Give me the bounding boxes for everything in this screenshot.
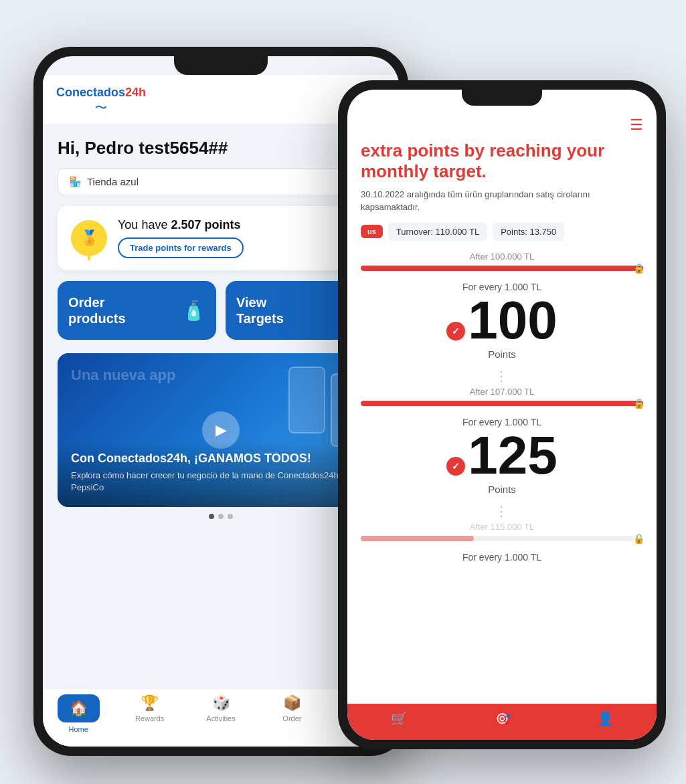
tier-3-progress: 🔒	[361, 536, 643, 541]
phone-left-notch	[174, 56, 268, 75]
greeting: Hi, Pedro test5654##	[58, 138, 384, 159]
store-selector[interactable]: 🏪 Tienda azul ▾	[58, 168, 384, 195]
phone-right-bottom-nav: 🛒 🎯 👤	[347, 704, 657, 740]
dot-3[interactable]	[228, 514, 233, 519]
tier-1-reward: For every 1.000 TL ✓ 100 Points	[361, 282, 643, 360]
separator-dots-1: ⋮	[361, 368, 643, 384]
store-name: Tienda azul	[87, 176, 139, 187]
phone-right-content: ☰ extra points by reaching your monthly …	[347, 106, 657, 740]
points-card: 🏅 You have 2.507 points Trade points for…	[58, 206, 384, 270]
basket-nav-icon: 🛒	[391, 710, 408, 726]
nav-home[interactable]: 🏠 Home	[43, 694, 114, 733]
activities-icon: 🎲	[212, 694, 230, 712]
tier-3-reward: For every 1.000 TL	[361, 552, 643, 563]
view-targets-label: ViewTargets	[236, 294, 284, 326]
action-buttons: Orderproducts 🧴 ViewTargets 🏆	[58, 281, 384, 340]
nav-activities-label: Activities	[206, 714, 235, 722]
order-products-label: Orderproducts	[68, 294, 126, 326]
order-products-button[interactable]: Orderproducts 🧴	[58, 281, 216, 340]
targets-nav-icon: 🎯	[494, 710, 511, 726]
phone-right-notch	[462, 90, 542, 106]
banner-title: Con Conectados24h, ¡GANAMOS TODOS!	[71, 452, 371, 466]
tier-2-label: After 107.000 TL	[361, 387, 643, 397]
turnover-info: Turnover: 110.000 TL	[388, 223, 487, 241]
dot-1[interactable]	[209, 514, 214, 519]
tier-3-label: After 115.000 TL	[361, 522, 643, 532]
p2-nav-profile[interactable]: 👤	[553, 710, 657, 726]
status-row: us Turnover: 110.000 TL Points: 13.750	[361, 223, 643, 241]
points-info: Points: 13.750	[493, 223, 564, 241]
status-badge: us	[361, 225, 383, 238]
logo: Conectados24h	[56, 86, 146, 100]
rewards-icon: 🏆	[141, 694, 159, 712]
trade-points-button[interactable]: Trade points for rewards	[118, 237, 244, 258]
check-icon-1: ✓	[446, 322, 465, 340]
banner-subtitle: Explora cómo hacer crecer tu negocio de …	[71, 470, 371, 494]
phone-right-screen: ☰ extra points by reaching your monthly …	[347, 90, 657, 740]
nav-rewards[interactable]: 🏆 Rewards	[114, 694, 185, 733]
points-text: You have 2.507 points	[118, 218, 371, 232]
page-subtitle: 30.10.2022 aralığında tüm ürün grupların…	[361, 189, 643, 213]
check-icon-2: ✓	[446, 457, 465, 476]
lock-icon-3: 🔒	[633, 533, 645, 544]
phone-right-header: ☰	[347, 106, 657, 140]
hamburger-icon[interactable]: ☰	[630, 116, 643, 134]
promo-banner[interactable]: Una nueva app ▶ Con Conectados24h, ¡GANA…	[58, 353, 384, 507]
profile-nav-icon: 👤	[597, 710, 614, 726]
tier-1-points-number: 100	[468, 294, 557, 347]
tier-3-fill	[361, 536, 474, 541]
tier-1-progress: 🔒	[361, 266, 643, 271]
tier-3-section: After 115.000 TL 🔒	[361, 522, 643, 541]
tier-2-progress: 🔒	[361, 401, 643, 406]
tier-1-points-label: Points	[361, 349, 643, 360]
nav-rewards-label: Rewards	[135, 714, 164, 722]
tier-2-section: After 107.000 TL 🔒	[361, 387, 643, 406]
tier-2-points-number: 125	[468, 429, 557, 482]
tier-3-for-every: For every 1.000 TL	[361, 552, 643, 563]
nav-order[interactable]: 📦 Order	[256, 694, 327, 733]
separator-dots-2: ⋮	[361, 503, 643, 519]
tier-2-fill	[361, 401, 643, 406]
phone-right: ☰ extra points by reaching your monthly …	[338, 80, 666, 749]
nav-order-label: Order	[282, 714, 301, 722]
order-nav-icon: 📦	[283, 694, 301, 712]
tier-1-label: After 100.000 TL	[361, 252, 643, 262]
dot-2[interactable]	[218, 514, 224, 519]
phone-right-body: extra points by reaching your monthly ta…	[347, 140, 657, 701]
carousel-dots	[58, 507, 384, 526]
order-icon: 🧴	[182, 300, 205, 322]
tier-2-points-label: Points	[361, 484, 643, 495]
nav-home-label: Home	[69, 725, 88, 733]
nav-activities[interactable]: 🎲 Activities	[185, 694, 256, 733]
store-icon: 🏪	[69, 176, 82, 188]
page-title: extra points by reaching your monthly ta…	[361, 140, 643, 182]
tier-1-section: After 100.000 TL 🔒	[361, 252, 643, 271]
tier-1-fill	[361, 266, 643, 271]
p2-nav-targets[interactable]: 🎯	[450, 710, 553, 726]
points-amount: 2.507 points	[171, 218, 240, 231]
lock-icon-2: 🔒	[633, 398, 645, 409]
tier-2-reward: For every 1.000 TL ✓ 125 Points	[361, 417, 643, 495]
scene: Conectados24h 〜 👤 ⚙ Hi, Pedro test5654##	[13, 13, 673, 784]
medal-icon: 🏅	[71, 220, 107, 256]
p2-nav-basket[interactable]: 🛒	[347, 710, 450, 726]
home-icon: 🏠	[70, 700, 88, 717]
lock-icon-1: 🔒	[633, 263, 645, 274]
